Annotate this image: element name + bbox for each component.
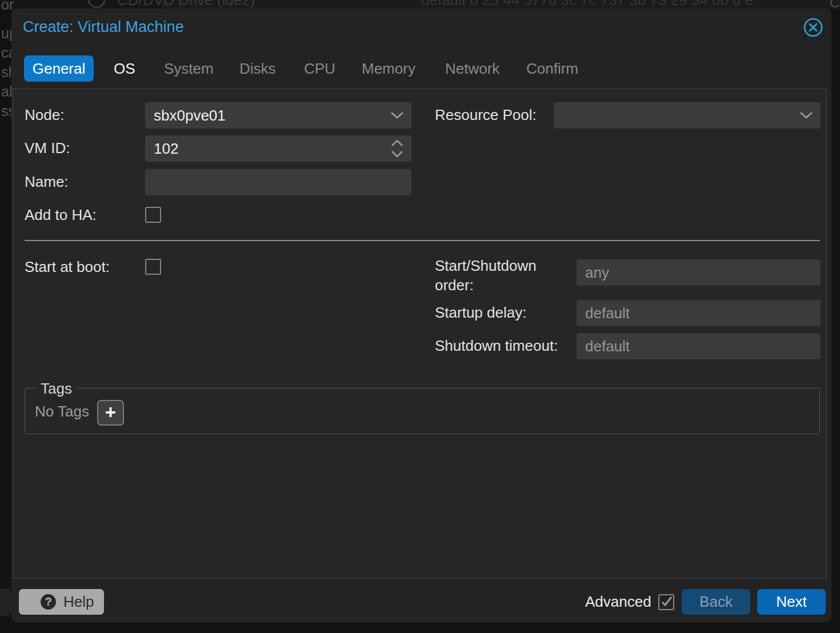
- backdrop-row-detail: default d 25 44 5776 3c 7c 737 3b 73 29 …: [421, 0, 753, 9]
- tab-os[interactable]: OS: [114, 55, 135, 82]
- no-tags-text: No Tags: [35, 402, 89, 421]
- close-icon[interactable]: [803, 17, 823, 38]
- tab-general[interactable]: General: [24, 55, 94, 82]
- startup-delay-input[interactable]: [577, 300, 821, 326]
- backdrop-corner-glyph: C: [830, 0, 839, 9]
- shutdown-timeout-label: Shutdown timeout:: [435, 333, 558, 359]
- start-shutdown-order-label: Start/Shutdown order:: [435, 256, 537, 295]
- order-label-line1: Start/Shutdown: [435, 257, 537, 274]
- node-input[interactable]: [145, 102, 411, 129]
- node-combobox[interactable]: [145, 102, 411, 129]
- help-button[interactable]: ? Help: [19, 589, 104, 615]
- resource-pool-combobox[interactable]: [554, 102, 821, 129]
- add-tag-button[interactable]: +: [97, 400, 124, 426]
- vmid-input[interactable]: [145, 135, 411, 162]
- tab-cpu: CPU: [304, 55, 335, 82]
- startup-delay-label: Startup delay:: [435, 300, 526, 326]
- backdrop-hardware-row: CD/DVD Drive (ide2) default d 25 44 5776…: [0, 0, 840, 9]
- check-icon: [658, 593, 675, 610]
- spinner-up-down-icon[interactable]: [391, 139, 403, 158]
- shutdown-timeout-field[interactable]: [577, 333, 821, 359]
- shutdown-timeout-input[interactable]: [577, 333, 821, 359]
- optical-disc-icon: [87, 0, 106, 9]
- start-at-boot-label: Start at boot:: [25, 254, 110, 280]
- chevron-down-icon[interactable]: [800, 112, 813, 119]
- startup-delay-field[interactable]: [577, 300, 821, 326]
- tags-fieldset: Tags No Tags +: [25, 388, 820, 434]
- resource-pool-input[interactable]: [554, 102, 821, 129]
- section-divider: [25, 240, 820, 241]
- tab-memory: Memory: [362, 55, 415, 82]
- tab-system: System: [164, 55, 214, 82]
- help-button-label: Help: [63, 589, 94, 615]
- add-to-ha-checkbox[interactable]: [145, 207, 161, 223]
- order-input[interactable]: [577, 259, 821, 286]
- advanced-label: Advanced: [585, 589, 651, 615]
- advanced-checkbox[interactable]: [658, 594, 674, 610]
- name-input[interactable]: [145, 169, 411, 195]
- start-at-boot-checkbox[interactable]: [145, 259, 161, 275]
- node-label: Node:: [25, 102, 64, 128]
- vmid-spinner-field[interactable]: [145, 135, 411, 162]
- order-field[interactable]: [577, 259, 821, 286]
- backdrop-row-label: CD/DVD Drive (ide2): [117, 0, 255, 9]
- next-button[interactable]: Next: [757, 589, 826, 615]
- back-button[interactable]: Back: [682, 589, 750, 615]
- tags-legend: Tags: [35, 380, 77, 397]
- name-label: Name:: [25, 169, 69, 195]
- order-label-line2: order:: [435, 277, 474, 294]
- chevron-down-icon[interactable]: [391, 112, 403, 119]
- add-to-ha-label: Add to HA:: [25, 202, 97, 228]
- question-mark-icon: ?: [41, 594, 56, 610]
- tab-confirm: Confirm: [526, 55, 578, 82]
- dialog-title: Create: Virtual Machine: [23, 18, 184, 36]
- create-vm-dialog: Create: Virtual Machine General OS Syste…: [11, 9, 831, 623]
- general-form-panel: Node: VM ID: Name: Add to HA:: [13, 89, 827, 579]
- backdrop-button-fragment: [0, 588, 11, 616]
- screen: CD/DVD Drive (ide2) default d 25 44 5776…: [0, 0, 840, 633]
- vmid-label: VM ID:: [25, 135, 70, 161]
- resource-pool-label: Resource Pool:: [435, 102, 537, 128]
- tab-network: Network: [445, 55, 499, 82]
- tab-disks: Disks: [239, 55, 276, 82]
- name-field[interactable]: [145, 169, 411, 195]
